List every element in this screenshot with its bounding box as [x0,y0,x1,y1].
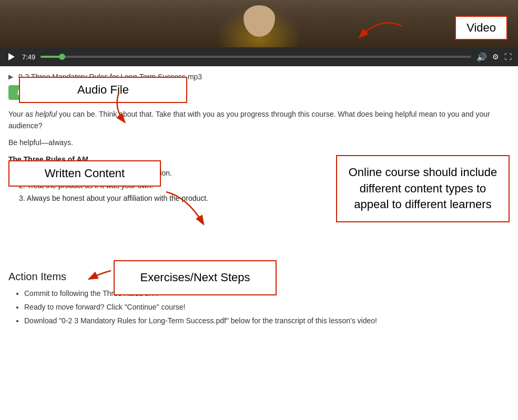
online-course-annotation-box: Online course should include different c… [336,155,510,222]
video-annotation-box: Video [455,16,507,40]
video-controls-bar: 7:49 🔊 ⚙ ⛶ [0,47,518,66]
settings-icon[interactable]: ⚙ [492,53,499,61]
time-display: 7:49 [22,53,35,61]
audio-play-icon: ▶ [8,73,13,80]
action-item-2: Ready to move forward? Click "Continue" … [24,303,510,311]
video-thumbnail [0,0,518,47]
video-section: 7:49 🔊 ⚙ ⛶ Video [0,0,518,66]
audio-file-annotation-box: Audio File [19,77,187,103]
progress-bar[interactable] [40,56,471,58]
content-area: ▶ 0-2 Three Mandatory Rules for Long-Ter… [0,66,518,341]
progress-dot [59,54,65,60]
fullscreen-icon[interactable]: ⛶ [504,53,512,61]
action-items-section: Action Items Exercises/Next Steps Commit… [8,271,510,325]
play-button[interactable] [6,52,17,62]
main-paragraph: Your as helpful you can be. Think about … [8,108,510,132]
action-item-3: Download "0-2 3 Mandatory Rules for Long… [24,316,510,325]
exercises-annotation-box: Exercises/Next Steps [114,260,277,295]
page-wrapper: 7:49 🔊 ⚙ ⛶ Video ▶ 0-2 Three Mandat [0,0,518,341]
italic-text: s helpful [29,110,57,118]
written-content-annotation-box: Written Content [8,160,161,187]
volume-icon[interactable]: 🔊 [476,52,487,62]
be-helpful-text: Be helpful—always. [8,138,510,147]
